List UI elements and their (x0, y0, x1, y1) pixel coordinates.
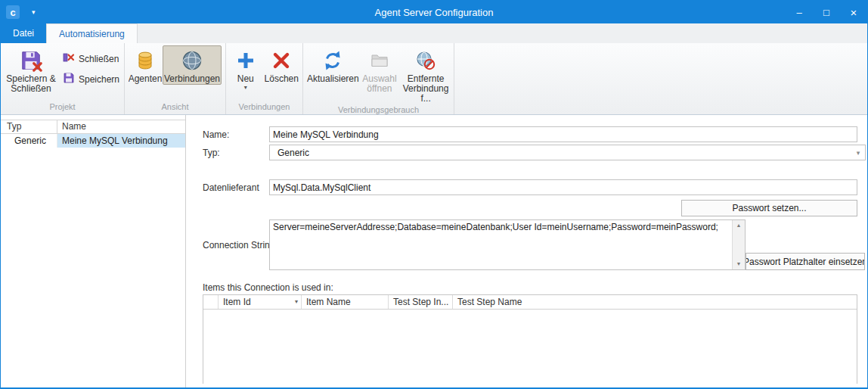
typ-dropdown-value: Generic (270, 148, 309, 158)
remote-connection-label: Entfernte Verbindung f... (400, 74, 451, 104)
new-connection-label: Neu (237, 74, 254, 84)
connections-view-button[interactable]: Verbindungen (163, 45, 222, 85)
open-selection-label: Auswahl öffnen (361, 74, 398, 94)
remote-connection-button[interactable]: Entfernte Verbindung f... (399, 45, 452, 104)
group-label-projekt: Projekt (1, 101, 124, 114)
plus-icon (236, 48, 256, 73)
quick-access-chevron-icon[interactable]: ▾ (32, 8, 36, 16)
connection-list-row[interactable]: Generic Meine MySQL Verbindung (1, 134, 185, 148)
connection-string-textarea[interactable]: Server=meineServerAddresse;Database=mein… (269, 219, 746, 270)
connection-list-panel: Typ Name Generic Meine MySQL Verbindung (1, 115, 186, 387)
connections-view-label: Verbindungen (164, 74, 220, 84)
refresh-button[interactable]: Aktualisieren (306, 45, 360, 85)
set-password-button[interactable]: Passwort setzen... (681, 200, 857, 216)
connection-list-header: Typ Name (1, 120, 185, 134)
items-caption: Items this Connection is used in: (203, 282, 333, 293)
typ-dropdown[interactable]: Generic ▾ (269, 145, 866, 160)
save-and-close-button[interactable]: Speichern & Schließen (4, 45, 58, 95)
scroll-up-icon[interactable]: ▲ (733, 220, 745, 231)
save-button[interactable]: Speichern (60, 71, 122, 87)
globe-icon (181, 48, 203, 73)
title-bar: c ▾ Agent Server Configuration – □ × (1, 1, 867, 23)
item-id-label: Item Id (223, 295, 251, 309)
connection-detail-form: Name: Typ: Generic ▾ Datenlieferant Pass… (187, 115, 867, 387)
ribbon-tab-strip: Datei Automatisierung (1, 23, 867, 43)
tab-datei[interactable]: Datei (1, 23, 46, 43)
insert-password-placeholder-button[interactable]: Passwort Platzhalter einsetzen (746, 253, 865, 270)
close-button[interactable]: × (840, 1, 867, 23)
items-table: Item Id ▾ Item Name Test Step In... Test… (203, 294, 857, 384)
window-controls: – □ × (786, 1, 867, 23)
new-connection-button[interactable]: Neu ▾ (229, 45, 262, 92)
items-table-header: Item Id ▾ Item Name Test Step In... Test… (203, 295, 857, 310)
ribbon-group-ansicht: Agenten Verbindungen Ansicht (125, 43, 226, 114)
save-close-icon (20, 48, 42, 73)
delete-connection-label: Löschen (265, 74, 299, 84)
save-label: Speichern (79, 74, 119, 85)
filter-arrow-icon[interactable]: ▾ (295, 295, 298, 309)
group-label-verbindungsgebrauch: Verbindungsgebrauch (303, 104, 454, 116)
delete-connection-button[interactable]: Löschen (262, 45, 301, 85)
agents-label: Agenten (129, 74, 163, 84)
column-header-name[interactable]: Name (57, 120, 185, 133)
group-label-ansicht: Ansicht (125, 101, 225, 114)
name-input[interactable] (269, 126, 857, 142)
row-indicator-column (203, 295, 219, 309)
typ-label: Typ: (203, 148, 220, 158)
group-label-verbindungen: Verbindungen (226, 101, 302, 114)
column-header-item-id[interactable]: Item Id ▾ (219, 295, 302, 309)
column-header-typ[interactable]: Typ (1, 120, 57, 133)
tab-automatisierung[interactable]: Automatisierung (46, 23, 138, 43)
save-icon (63, 72, 75, 86)
chevron-down-icon[interactable]: ▾ (851, 149, 865, 157)
provider-label: Datenlieferant (203, 182, 259, 193)
name-label: Name: (203, 129, 229, 140)
items-table-body[interactable] (203, 310, 857, 384)
refresh-label: Aktualisieren (307, 74, 359, 84)
refresh-icon (322, 48, 343, 73)
content-area: Typ Name Generic Meine MySQL Verbindung … (1, 115, 867, 387)
close-project-label: Schließen (79, 54, 119, 64)
ribbon-group-verbindungsgebrauch: Aktualisieren Auswahl öffnen (303, 43, 454, 114)
ribbon-group-projekt: Speichern & Schließen Schließen (1, 43, 125, 114)
delete-x-icon (271, 48, 291, 73)
maximize-button[interactable]: □ (813, 1, 840, 23)
column-header-item-name[interactable]: Item Name (302, 295, 389, 309)
column-header-test-step-name[interactable]: Test Step Name (453, 295, 857, 309)
app-window: c ▾ Agent Server Configuration – □ × Dat… (0, 0, 868, 389)
save-and-close-label: Speichern & Schließen (5, 74, 57, 94)
folder-icon (370, 48, 389, 73)
textarea-scrollbar[interactable]: ▲ ▼ (732, 220, 745, 269)
close-project-button[interactable]: Schließen (60, 51, 122, 67)
agents-button[interactable]: Agenten (128, 45, 163, 85)
column-header-test-step-in[interactable]: Test Step In... (389, 295, 453, 309)
provider-input[interactable] (269, 179, 857, 195)
window-title: Agent Server Configuration (1, 7, 867, 18)
connection-typ-cell[interactable]: Generic (1, 134, 57, 148)
ribbon: Speichern & Schließen Schließen (1, 43, 867, 115)
connection-string-label: Connection String (203, 240, 274, 251)
database-icon (134, 48, 157, 73)
new-dropdown-icon[interactable]: ▾ (244, 85, 247, 91)
minimize-button[interactable]: – (786, 1, 813, 23)
close-project-icon (63, 51, 75, 66)
open-selection-button: Auswahl öffnen (360, 45, 399, 95)
app-icon[interactable]: c (6, 5, 20, 19)
globe-search-icon (415, 48, 436, 73)
scroll-down-icon[interactable]: ▼ (733, 259, 745, 269)
connection-name-cell[interactable]: Meine MySQL Verbindung (57, 134, 185, 148)
projekt-small-buttons: Schließen Speichern (60, 51, 122, 87)
ribbon-group-verbindungen: Neu ▾ Löschen Verbindungen (226, 43, 303, 114)
